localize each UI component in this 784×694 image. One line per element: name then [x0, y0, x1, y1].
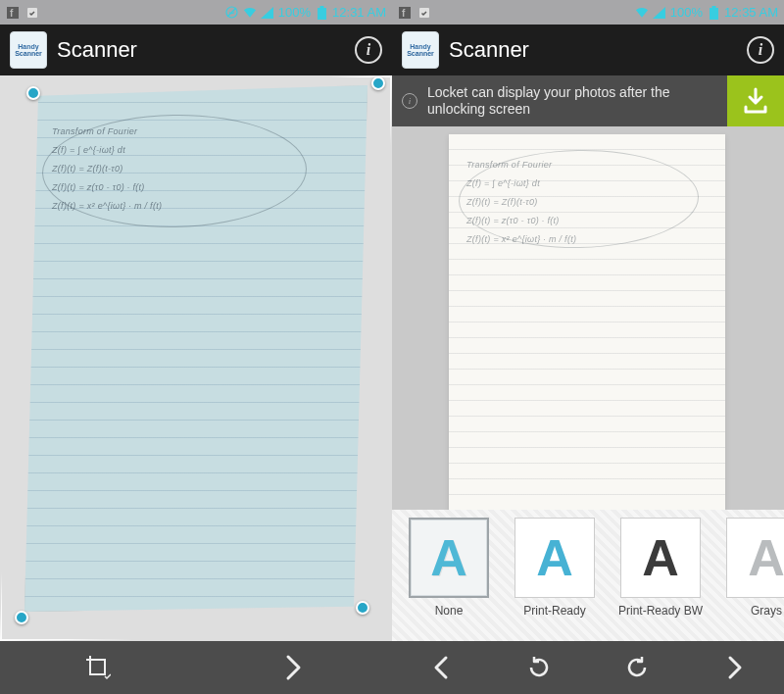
svg-rect-7	[90, 660, 105, 674]
app-logo-icon[interactable]: Handy Scanner	[10, 31, 47, 69]
previous-button[interactable]	[392, 641, 490, 694]
filter-swatch: A	[514, 518, 595, 598]
filter-label: Grays	[751, 604, 782, 618]
filter-label: Print-Ready	[523, 604, 585, 618]
clock-time: 12:35 AM	[724, 5, 778, 20]
battery-icon	[707, 6, 720, 20]
filter-strip[interactable]: A None A Print-Ready A Print-Ready BW A …	[392, 510, 784, 641]
app-bar: Handy Scanner Scanner i	[0, 25, 392, 75]
svg-rect-5	[318, 8, 326, 20]
chevron-left-icon	[433, 655, 449, 680]
document-text-preview: Transform of Fourier Z(f) = ∫ e^{-iωt} d…	[52, 123, 250, 215]
document-crop-viewport[interactable]: Transform of Fourier Z(f) = ∫ e^{-iωt} d…	[0, 75, 392, 641]
battery-percent: 100%	[278, 5, 311, 20]
ad-banner[interactable]: i Locket can display your photos after t…	[392, 75, 784, 126]
app-title: Scanner	[449, 37, 529, 63]
signal-icon	[261, 6, 274, 20]
info-button[interactable]: i	[355, 36, 382, 64]
crop-handle-bottom-right[interactable]	[356, 601, 369, 615]
document-text-preview: Transform of Fourier Z(f) = ∫ e^{-iωt} d…	[466, 156, 666, 248]
ad-download-button[interactable]	[727, 75, 784, 126]
document-preview-viewport[interactable]: Transform of Fourier Z(f) = ∫ e^{-iωt} d…	[392, 126, 784, 641]
info-button[interactable]: i	[747, 36, 774, 64]
rotate-left-button[interactable]	[490, 641, 588, 694]
ad-banner-text: Locket can display your photos after the…	[427, 84, 717, 119]
battery-icon	[315, 6, 328, 20]
filter-option-grays[interactable]: A Grays	[715, 518, 784, 633]
app-bar: Handy Scanner Scanner i	[392, 25, 784, 75]
svg-rect-13	[710, 8, 718, 20]
download-icon	[741, 86, 770, 116]
svg-rect-6	[319, 6, 323, 8]
do-not-disturb-icon	[225, 6, 239, 20]
status-bar: f 100% 12:31 AM	[0, 0, 392, 25]
filter-swatch: A	[620, 518, 701, 598]
filter-label: None	[435, 604, 464, 618]
filter-option-none[interactable]: A None	[398, 518, 500, 633]
filter-label: Print-Ready BW	[618, 604, 703, 618]
battery-percent: 100%	[670, 5, 703, 20]
rotate-right-button[interactable]	[588, 641, 686, 694]
status-bar: f 100% 12:35 AM	[392, 0, 784, 25]
clipboard-notification-icon	[417, 6, 431, 20]
filter-swatch: A	[409, 518, 489, 598]
svg-line-4	[227, 8, 236, 17]
chevron-right-icon	[285, 654, 303, 681]
wifi-icon	[635, 6, 649, 20]
chevron-right-icon	[727, 655, 743, 680]
app-title: Scanner	[57, 37, 137, 63]
rotate-ccw-icon	[525, 654, 553, 681]
facebook-notification-icon: f	[398, 6, 412, 20]
phone-screen-crop: f 100% 12:31 AM Handy Scann	[0, 0, 392, 694]
ad-info-icon[interactable]: i	[402, 93, 417, 109]
facebook-notification-icon: f	[6, 6, 20, 20]
next-button[interactable]	[686, 641, 784, 694]
filter-option-print-ready[interactable]: A Print-Ready	[504, 518, 606, 633]
filter-swatch: A	[726, 518, 784, 598]
bottom-toolbar	[392, 641, 784, 694]
crop-region[interactable]: Transform of Fourier Z(f) = ∫ e^{-iωt} d…	[24, 85, 368, 612]
crop-handle-top-left[interactable]	[26, 86, 40, 100]
phone-screen-filter: f 100% 12:35 AM Handy Scanner Scanner	[392, 0, 784, 694]
crop-handle-top-right[interactable]	[371, 76, 385, 90]
rotate-cw-icon	[623, 654, 651, 681]
filter-option-print-ready-bw[interactable]: A Print-Ready BW	[610, 518, 711, 633]
svg-rect-14	[711, 6, 715, 8]
clipboard-notification-icon	[25, 6, 39, 20]
crop-handle-bottom-left[interactable]	[15, 611, 28, 624]
crop-button[interactable]	[0, 641, 196, 694]
crop-icon	[85, 655, 111, 680]
signal-icon	[653, 6, 666, 20]
app-logo-icon[interactable]: Handy Scanner	[402, 31, 439, 69]
bottom-toolbar	[0, 641, 392, 694]
next-button[interactable]	[196, 641, 392, 694]
clock-time: 12:31 AM	[332, 5, 386, 20]
wifi-icon	[243, 6, 257, 20]
